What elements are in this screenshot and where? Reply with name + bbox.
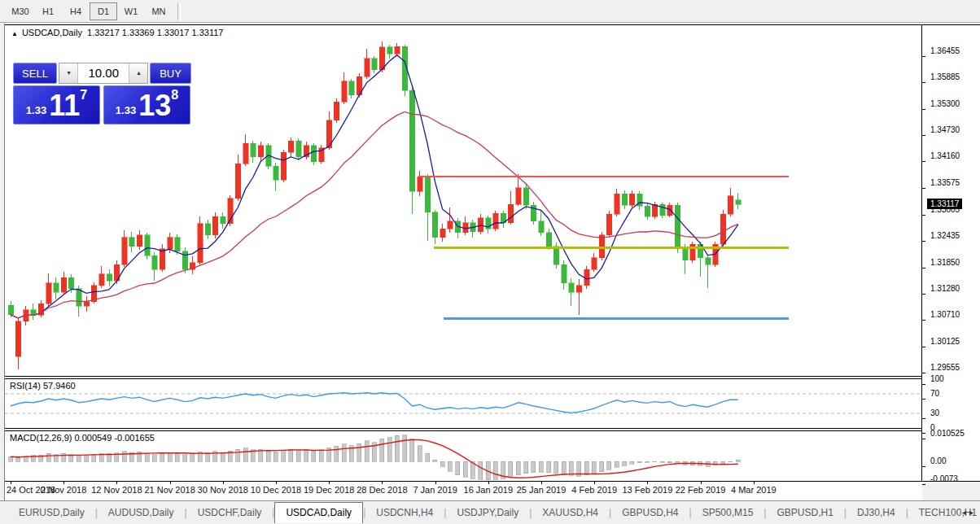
axis-tick-mark [922,268,925,269]
timeframe-button-d1[interactable]: D1 [90,2,117,20]
macd-indicator-label: MACD(12,26,9) 0.000549 -0.001655 [10,433,155,443]
timeframe-button-mn[interactable]: MN [145,2,173,20]
time-tick-mark [170,482,171,484]
chart-tab-usdcnh-h4[interactable]: USDCNH,H4 [365,504,444,522]
sell-button[interactable]: SELL [13,63,57,84]
price-axis-label: 1.30125 [930,337,960,346]
chart-tab-sp500-m15[interactable]: SP500,M15 [692,504,764,522]
macd-axis-label: 0.010525 [930,429,965,438]
time-tick-mark [541,482,542,484]
timeframe-button-h1[interactable]: H1 [34,2,62,20]
macd-pane[interactable]: MACD(12,26,9) 0.000549 -0.001655 [5,431,921,481]
price-axis[interactable]: 1.364551.358851.353001.347301.341601.335… [922,25,980,481]
price-axis-label: 1.31280 [930,284,960,293]
buy-button[interactable]: BUY [150,63,191,84]
time-tick-mark [11,482,11,484]
time-tick-mark [116,482,117,484]
time-tick-mark [382,482,383,484]
time-axis[interactable]: 24 Oct 20182 Nov 201812 Nov 201821 Nov 2… [5,482,922,500]
chart-symbol-label: USDCAD,Daily [22,28,82,37]
axis-tick-mark [922,56,925,57]
chart-tab-usdchf-daily[interactable]: USDCHF,Daily [187,504,273,522]
chart-tab-gbpusd-h1[interactable]: GBPUSD,H1 [766,504,843,522]
tab-scroll-arrows[interactable]: ◂▸ [962,508,977,517]
price-axis-label: 1.34730 [930,125,960,134]
time-tick-mark [435,482,436,484]
chart-tab-usdcad-daily[interactable]: USDCAD,Daily [274,502,363,523]
axis-tick-mark [922,320,925,321]
main-chart-pane[interactable]: ▲USDCAD,Daily 1.33217 1.33369 1.33017 1.… [5,25,921,376]
rsi-axis-label: 100 [930,374,944,383]
price-axis-label: 1.30710 [930,310,960,319]
time-axis-label: 25 Jan 2019 [517,485,567,495]
price-axis-label: 1.29555 [930,363,960,372]
axis-tick-mark [922,373,925,373]
time-axis-label: 4 Mar 2019 [731,485,777,495]
mt4-terminal: M30H1H4D1W1MN ▲USDCAD,Daily 1.33217 1.33… [0,0,980,524]
time-axis-label: 7 Jan 2019 [413,485,457,495]
sell-price-button[interactable]: 1.33 11 7 [13,85,100,124]
axis-tick-mark [922,109,925,110]
sell-price-sup: 7 [80,88,87,103]
time-axis-label: 28 Dec 2018 [357,485,407,495]
toolbar-separator [177,2,181,20]
time-tick-mark [329,482,330,484]
time-tick-mark [594,482,595,484]
axis-tick-mark [922,82,925,83]
buy-price-sup: 8 [171,88,178,103]
macd-axis-label: 0.00 [930,456,946,465]
volume-increase-button[interactable]: ▲ [129,63,147,83]
axis-tick-mark [922,188,925,189]
timeframe-button-h4[interactable]: H4 [62,2,90,20]
axis-corner [922,482,980,500]
rsi-axis-label: 30 [930,408,939,417]
price-axis-label: 1.36455 [930,46,960,55]
timeframe-button-m30[interactable]: M30 [7,2,34,20]
timeframe-toolbar: M30H1H4D1W1MN [0,0,980,23]
sell-price-prefix: 1.33 [26,104,46,116]
ma-slow-line [11,112,738,318]
timeframe-button-w1[interactable]: W1 [117,2,145,20]
axis-tick-mark [922,384,925,385]
chart-tab-dj30-h4[interactable]: DJ30,H4 [847,504,906,522]
chart-tab-audusd-daily[interactable]: AUDUSD,Daily [98,504,185,522]
sell-price-big: 11 [49,92,80,120]
macd-axis-label: -0.0073 [930,474,958,483]
time-tick-mark [754,482,755,484]
volume-input[interactable]: 10.00 [78,63,129,83]
chart-tab-usdjpy-daily[interactable]: USDJPY,Daily [446,504,529,522]
chart-ohlc-values: 1.33217 1.33369 1.33017 1.33117 [87,28,223,37]
current-price-badge: 1.33117 [927,199,962,209]
buy-price-prefix: 1.33 [116,104,136,116]
buy-price-button[interactable]: 1.33 13 8 [103,85,190,124]
spinner-down-icon: ▼ [65,70,71,76]
axis-tick-mark [922,418,925,419]
time-axis-label: 13 Feb 2019 [623,485,673,495]
one-click-trade-panel: SELL ▼ 10.00 ▲ BUY 1.33 11 7 1.33 13 8 [13,63,191,124]
axis-tick-mark [922,294,925,295]
time-axis-label: 10 Dec 2018 [251,485,301,495]
time-tick-mark [276,482,277,484]
time-axis-label: 16 Jan 2019 [464,485,514,495]
buy-price-big: 13 [138,92,171,120]
rsi-pane[interactable]: RSI(14) 57.9460 [5,379,921,428]
rsi-axis-label: 70 [930,389,939,398]
time-axis-label: 21 Nov 2018 [144,485,195,495]
price-axis-label: 1.31850 [930,258,960,267]
axis-tick-mark [922,347,925,347]
axis-tick-mark [922,135,925,136]
chart-tab-eurusd-daily[interactable]: EURUSD,Daily [8,504,95,522]
time-tick-mark [488,482,489,484]
axis-tick-mark [922,466,925,467]
spinner-up-icon: ▲ [135,70,141,76]
time-axis-label: 22 Feb 2019 [676,485,726,495]
chart-tab-gbpusd-h4[interactable]: GBPUSD,H4 [611,504,689,522]
chart-tab-xauusd-h4[interactable]: XAUUSD,H4 [532,504,609,522]
time-axis-label: 19 Dec 2018 [304,485,354,495]
rsi-line [11,393,738,413]
price-axis-label: 1.35885 [930,72,960,81]
rsi-chart-canvas[interactable] [5,379,921,428]
collapse-arrow-icon[interactable]: ▲ [11,30,18,37]
volume-decrease-button[interactable]: ▼ [59,63,78,83]
price-axis-label: 1.35300 [930,99,960,108]
